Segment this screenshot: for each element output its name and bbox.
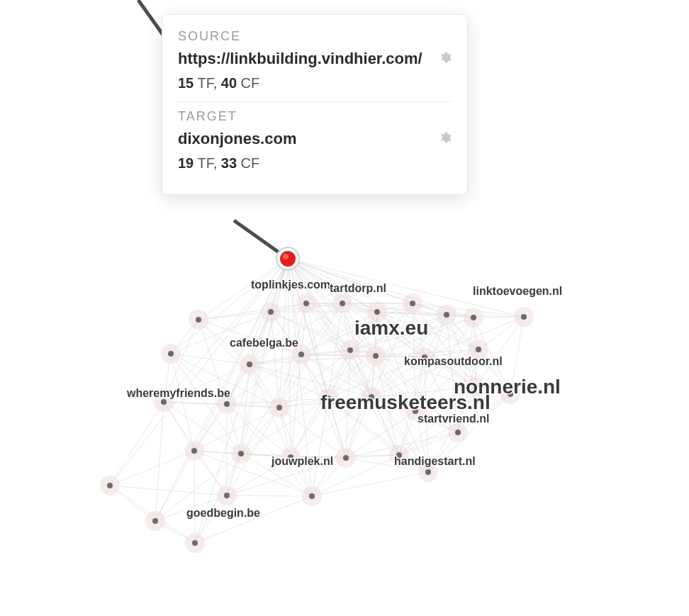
svg-point-275 [168, 351, 174, 357]
svg-point-343 [192, 540, 198, 546]
svg-point-273 [196, 317, 201, 323]
svg-point-279 [191, 448, 197, 454]
svg-point-281 [224, 493, 230, 498]
svg-point-315 [224, 401, 230, 407]
svg-point-289 [374, 309, 380, 315]
svg-point-325 [455, 430, 461, 435]
target-url[interactable]: dixonjones.com [178, 130, 296, 148]
target-metrics: 19 TF, 33 CF [178, 155, 452, 172]
svg-line-75 [110, 486, 227, 495]
svg-point-287 [340, 301, 345, 306]
svg-line-171 [241, 364, 250, 454]
graph-node-label[interactable]: goedbegin.be [186, 507, 260, 519]
svg-point-305 [347, 347, 353, 353]
graph-node-label[interactable]: startvriend.nl [418, 413, 489, 425]
svg-point-341 [152, 518, 158, 524]
graph-node-label[interactable]: linktoevoegen.nl [473, 285, 562, 297]
svg-point-339 [107, 483, 113, 488]
svg-line-57 [110, 402, 164, 486]
svg-point-301 [247, 362, 252, 367]
graph-node-label[interactable]: jouwplek.nl [271, 455, 333, 467]
graph-node-label[interactable]: toplinkjes.com [251, 279, 330, 291]
highlight-node[interactable] [276, 247, 299, 270]
card-divider [178, 101, 452, 102]
source-heading: SOURCE [178, 29, 452, 44]
svg-point-283 [268, 309, 274, 315]
gear-icon[interactable] [439, 131, 452, 147]
info-card: SOURCE https://linkbuilding.vindhier.com… [162, 14, 468, 195]
svg-point-346 [283, 254, 289, 259]
svg-point-337 [309, 493, 315, 499]
graph-node-label[interactable]: wheremyfriends.be [126, 387, 230, 399]
main-edge-top [138, 0, 164, 37]
svg-point-307 [373, 353, 379, 359]
svg-point-277 [161, 399, 167, 405]
svg-point-295 [471, 315, 476, 320]
graph-node-label[interactable]: iamx.eu [354, 317, 428, 339]
svg-line-268 [195, 496, 312, 543]
svg-point-335 [425, 469, 431, 475]
svg-point-285 [303, 301, 309, 306]
svg-point-327 [238, 451, 244, 457]
target-heading: TARGET [178, 109, 452, 124]
svg-point-331 [343, 455, 349, 461]
source-url[interactable]: https://linkbuilding.vindhier.com/ [178, 50, 422, 68]
graph-node-label[interactable]: tartdorp.nl [330, 282, 386, 294]
svg-point-303 [298, 352, 304, 357]
svg-point-345 [280, 251, 296, 267]
svg-point-299 [476, 347, 481, 352]
graph-node-label[interactable]: cafebelga.be [230, 337, 298, 349]
svg-line-74 [227, 495, 312, 496]
svg-line-58 [155, 402, 164, 521]
svg-point-317 [276, 405, 282, 410]
source-metrics: 15 TF, 40 CF [178, 75, 452, 91]
svg-point-297 [521, 314, 527, 320]
source-section: SOURCE https://linkbuilding.vindhier.com… [178, 25, 452, 101]
gear-icon[interactable] [439, 51, 452, 67]
target-section: TARGET dixonjones.com 19 TF, 33 CF [178, 105, 452, 181]
graph-node-label[interactable]: freemusketeers.nl [320, 391, 491, 413]
svg-point-291 [410, 301, 415, 306]
graph-node-label[interactable]: kompasoutdoor.nl [404, 355, 503, 367]
graph-node-label[interactable]: handigestart.nl [394, 455, 476, 467]
svg-line-68 [194, 451, 195, 543]
svg-point-293 [444, 312, 449, 318]
svg-line-267 [312, 472, 428, 496]
